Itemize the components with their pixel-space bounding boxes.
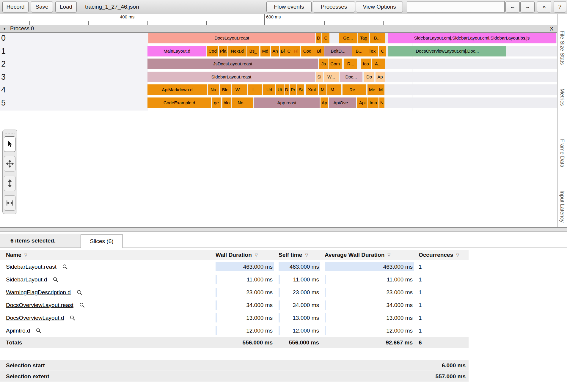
trace-slice[interactable]: App.reast xyxy=(254,97,320,108)
trace-slice[interactable]: DocsOverviewLayout.cmj,Doc... xyxy=(388,46,506,56)
trace-slice[interactable]: An xyxy=(271,46,279,56)
sort-icon[interactable]: ▽ xyxy=(255,253,258,257)
magnifier-icon[interactable] xyxy=(35,328,42,334)
trace-slice[interactable]: MainLayout.d xyxy=(147,46,206,56)
trace-slice[interactable]: Bl xyxy=(280,46,286,56)
save-button[interactable]: Save xyxy=(31,1,53,12)
search-input[interactable] xyxy=(407,1,505,12)
trace-slice[interactable]: B... xyxy=(370,33,385,43)
trace-slice[interactable]: M xyxy=(319,84,326,95)
sort-icon[interactable]: ▽ xyxy=(305,253,308,257)
trace-slice[interactable]: Ap xyxy=(321,97,328,108)
trace-slice[interactable]: Xml xyxy=(306,84,318,95)
trace-slice[interactable]: D xyxy=(285,84,289,95)
trace-slice[interactable]: Cod xyxy=(301,46,314,56)
magnifier-icon[interactable] xyxy=(69,315,76,321)
sort-icon[interactable]: ▽ xyxy=(24,253,27,257)
trace-slice[interactable]: Cod xyxy=(207,46,218,56)
trace-slice[interactable]: Bs_ xyxy=(247,46,259,56)
sort-icon[interactable]: ▽ xyxy=(456,253,459,257)
trace-slice[interactable]: C xyxy=(286,46,292,56)
magnifier-icon[interactable] xyxy=(62,264,68,270)
trace-slice[interactable]: ApiMarkdown.d xyxy=(147,84,207,95)
expand-panel-button[interactable]: » xyxy=(537,1,551,12)
processes-button[interactable]: Processes xyxy=(313,1,355,12)
view-options-button[interactable]: View Options xyxy=(356,1,403,12)
panel-splitter[interactable] xyxy=(0,227,567,232)
record-button[interactable]: Record xyxy=(2,1,29,12)
sort-icon[interactable]: ▽ xyxy=(387,253,390,257)
trace-slice[interactable]: D xyxy=(316,33,321,43)
magnifier-icon[interactable] xyxy=(52,276,59,283)
find-previous-button[interactable]: ← xyxy=(505,1,520,12)
trace-slice[interactable]: Hi xyxy=(292,46,300,56)
trace-slice[interactable]: Tag xyxy=(358,33,369,43)
trace-slice[interactable]: SidebarLayout.cmj,SidebarLayout.cmi,Side… xyxy=(388,33,556,43)
slice-name-link[interactable]: SidebarLayout.d xyxy=(6,273,47,286)
column-header-average-wall-duration[interactable]: Average Wall Duration▽ xyxy=(325,250,390,260)
trace-slice[interactable]: Md xyxy=(260,46,270,56)
trace-slice[interactable]: W... xyxy=(324,72,339,82)
tab-metrics[interactable]: Metrics xyxy=(559,89,565,106)
trace-slice[interactable]: N xyxy=(379,97,384,108)
tab-frame-data[interactable]: Frame Data xyxy=(559,139,565,167)
trace-slice[interactable]: Ut xyxy=(276,84,284,95)
trace-slice[interactable]: W... xyxy=(232,84,247,95)
pan-tool-button[interactable] xyxy=(4,156,15,171)
trace-slice[interactable]: Url xyxy=(263,84,275,95)
trace-slice[interactable]: Si xyxy=(316,72,323,82)
trace-slice[interactable]: Doc... xyxy=(340,72,362,82)
close-process-icon[interactable]: X xyxy=(547,25,556,32)
trace-slice[interactable]: M xyxy=(377,84,384,95)
trace-slice[interactable]: BeltD... xyxy=(324,46,352,56)
timing-tool-button[interactable] xyxy=(4,195,15,211)
magnifier-icon[interactable] xyxy=(76,289,83,296)
trace-slice[interactable]: I... xyxy=(248,84,262,95)
trace-slice[interactable]: JsDocsLayout.reast xyxy=(147,59,318,69)
trace-slice[interactable]: DocsLayout.reast xyxy=(148,33,315,43)
trace-slice[interactable]: Ico xyxy=(361,59,371,69)
column-header-occurrences[interactable]: Occurrences▽ xyxy=(419,250,459,260)
trace-slice[interactable]: Bl xyxy=(314,46,324,56)
trace-slice[interactable]: Me xyxy=(367,84,377,95)
tab-slices[interactable]: Slices (6) xyxy=(81,234,123,248)
trace-slice[interactable]: SidebarLayout.reast xyxy=(147,72,315,82)
magnifier-icon[interactable] xyxy=(79,302,85,308)
slice-name-link[interactable]: DocsOverviewLayout.d xyxy=(6,311,64,324)
trace-slice[interactable]: Com xyxy=(329,59,342,69)
process-header[interactable]: ▾ Process 0 X xyxy=(0,25,557,33)
collapse-triangle-icon[interactable]: ▾ xyxy=(4,25,6,32)
slice-name-link[interactable]: ApiIntro.d xyxy=(6,324,30,337)
trace-slice[interactable]: C xyxy=(322,33,329,43)
trace-slice[interactable]: Ge... xyxy=(339,33,357,43)
trace-slice[interactable]: A... xyxy=(372,59,385,69)
trace-slice[interactable]: CodeExample.d xyxy=(147,97,211,108)
trace-slice[interactable]: Blo xyxy=(220,84,231,95)
trace-slice[interactable]: C xyxy=(379,46,386,56)
zoom-tool-button[interactable] xyxy=(4,176,15,191)
tab-input-latency[interactable]: Input Latency xyxy=(559,191,565,223)
trace-slice[interactable]: Pla xyxy=(219,46,227,56)
trace-slice[interactable]: Re... xyxy=(343,84,366,95)
column-header-name[interactable]: Name▽ xyxy=(6,250,27,260)
trace-slice[interactable]: Next.d xyxy=(228,46,246,56)
palette-drag-handle[interactable] xyxy=(4,131,15,134)
trace-slice[interactable]: No... xyxy=(232,97,253,108)
column-header-wall-duration[interactable]: Wall Duration▽ xyxy=(216,250,258,260)
trace-slice[interactable]: Ap xyxy=(376,72,385,82)
trace-slice[interactable]: Si xyxy=(297,84,304,95)
trace-slice[interactable]: ApiOve... xyxy=(329,97,356,108)
trace-slice[interactable]: R... xyxy=(344,59,357,69)
trace-slice[interactable]: Ima xyxy=(368,97,378,108)
find-next-button[interactable]: → xyxy=(520,1,535,12)
slice-name-link[interactable]: SidebarLayout.reast xyxy=(6,260,56,273)
column-header-self-time[interactable]: Self time▽ xyxy=(279,250,308,260)
trace-slice[interactable]: Pr xyxy=(290,84,296,95)
trace-slice[interactable]: Do xyxy=(364,72,374,82)
slice-name-link[interactable]: WarningFlagDescription.d xyxy=(6,286,71,299)
trace-slice[interactable]: Na xyxy=(208,84,219,95)
help-button[interactable]: ? xyxy=(554,1,566,12)
load-button[interactable]: Load xyxy=(55,1,77,12)
flow-events-button[interactable]: Flow events xyxy=(266,1,312,12)
selection-tool-button[interactable] xyxy=(4,136,15,152)
